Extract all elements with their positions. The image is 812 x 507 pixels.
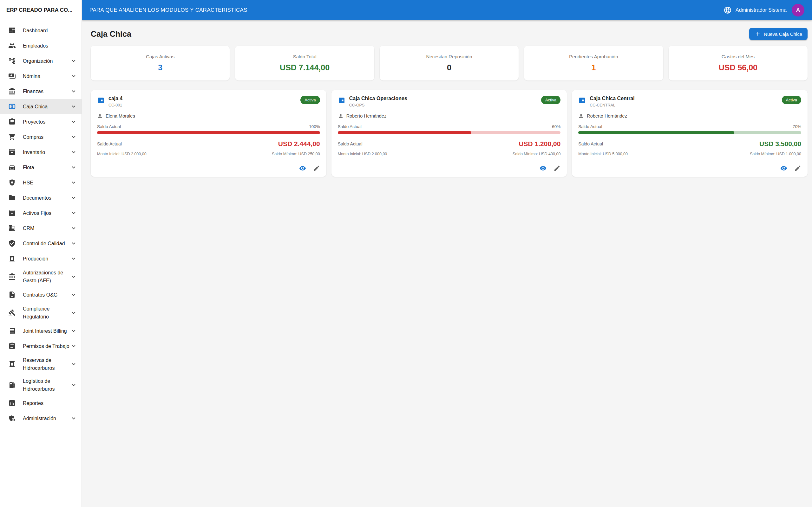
sidebar-item-reservas-de-hidrocarburos[interactable]: Reservas de Hidrocarburos	[0, 354, 82, 375]
progress-bar	[97, 131, 320, 134]
chevron-down-icon	[70, 309, 77, 316]
sidebar-item-finanzas[interactable]: Finanzas	[0, 83, 82, 99]
oil-barrel-icon	[8, 360, 16, 368]
chevron-down-icon	[70, 255, 77, 262]
balance-label: Saldo Actual	[97, 141, 122, 147]
svg-text:$: $	[11, 105, 13, 108]
car-icon	[8, 164, 16, 171]
sidebar-item-label: Empleados	[23, 39, 77, 52]
sidebar-item-compras[interactable]: Compras	[0, 129, 82, 145]
balance-label: Saldo Actual	[578, 141, 603, 147]
sidebar-item-empleados[interactable]: Empleados	[0, 38, 82, 53]
card-code: CC-CENTRAL	[590, 103, 635, 107]
avatar[interactable]: A	[792, 4, 804, 16]
progress-percent: 70%	[793, 124, 801, 129]
sidebar-item-label: Compras	[23, 130, 70, 144]
minimum-balance: Saldo Mínimo: USD 1.000,00	[750, 152, 801, 156]
sidebar-item-proyectos[interactable]: Proyectos	[0, 114, 82, 129]
sidebar-item-label: Caja Chica	[23, 100, 70, 113]
chevron-down-icon	[70, 88, 77, 95]
initial-amount: Monto Inicial: USD 2.000,00	[97, 152, 147, 156]
progress-bar-fill	[97, 131, 320, 134]
status-badge: Activa	[782, 96, 801, 104]
status-badge: Activa	[541, 96, 560, 104]
main-content: Caja Chica Nueva Caja Chica Cajas Activa…	[82, 20, 812, 507]
chevron-down-icon	[70, 194, 77, 201]
wallet-icon	[578, 97, 586, 104]
progress-bar-fill	[578, 131, 734, 134]
analytics-icon	[8, 399, 16, 407]
sidebar-item-permisos-de-trabajo[interactable]: Permisos de Trabajo	[0, 338, 82, 354]
chevron-down-icon	[70, 179, 77, 186]
sidebar-item-inventario[interactable]: Inventario	[0, 145, 82, 160]
chevron-down-icon	[70, 210, 77, 216]
plus-icon	[755, 31, 761, 37]
edit-button[interactable]	[313, 165, 320, 172]
edit-button[interactable]	[794, 165, 801, 172]
chevron-down-icon	[70, 360, 77, 368]
sidebar-item-label: Activos Fijos	[23, 207, 70, 220]
chevron-down-icon	[70, 415, 77, 422]
sidebar-item-autorizaciones-de-gasto-afe[interactable]: Autorizaciones de Gasto (AFE)	[0, 266, 82, 287]
sidebar-item-label: Control de Calidad	[23, 237, 70, 250]
stat-label: Saldo Total	[293, 54, 316, 59]
sidebar-item-label: Permisos de Trabajo	[23, 340, 70, 353]
sidebar-item-label: Compliance Regulatorio	[23, 302, 70, 323]
view-button[interactable]	[299, 165, 306, 172]
view-button[interactable]	[780, 165, 787, 172]
balance-value: USD 3.500,00	[759, 140, 801, 148]
sidebar-item-label: Logística de Hidrocarburos	[23, 375, 70, 395]
chevron-down-icon	[70, 273, 77, 280]
sidebar-item-contratos-o-g[interactable]: Contratos O&G	[0, 287, 82, 302]
sidebar-item-dashboard[interactable]: Dashboard	[0, 23, 82, 38]
sidebar-item-label: Inventario	[23, 146, 70, 159]
cash-card-caja-chica-central: Caja Chica CentralCC-CENTRALActivaRobert…	[572, 90, 808, 177]
sidebar-item-logistica-de-hidrocarburos[interactable]: Logística de Hidrocarburos	[0, 375, 82, 395]
stat-value: 3	[158, 63, 162, 72]
sidebar-item-joint-interest-billing[interactable]: Joint Interest Billing	[0, 323, 82, 338]
sidebar-item-label: Autorizaciones de Gasto (AFE)	[23, 266, 70, 287]
sidebar-item-nomina[interactable]: Nómina	[0, 68, 82, 83]
stat-card-pendientes-aprobacion: Pendientes Aprobación1	[524, 46, 663, 80]
folder-icon	[8, 194, 16, 202]
bank-icon	[8, 88, 16, 95]
sidebar-nav: DashboardEmpleadosOrganizaciónNóminaFina…	[0, 20, 82, 426]
building-icon	[8, 224, 16, 232]
progress-bar	[338, 131, 561, 134]
stat-value: 0	[447, 63, 451, 72]
chevron-down-icon	[70, 164, 77, 171]
chevron-down-icon	[70, 240, 77, 247]
stat-value: 1	[591, 63, 596, 72]
document-icon	[8, 291, 16, 298]
sidebar-item-flota[interactable]: Flota	[0, 160, 82, 175]
sidebar-item-organizacion[interactable]: Organización	[0, 53, 82, 68]
sidebar-item-label: Joint Interest Billing	[23, 325, 70, 337]
sidebar-item-compliance-regulatorio[interactable]: Compliance Regulatorio	[0, 302, 82, 323]
chevron-down-icon	[70, 133, 77, 140]
card-code: CC-001	[108, 103, 122, 107]
sidebar-item-documentos[interactable]: Documentos	[0, 190, 82, 205]
sidebar-item-hse[interactable]: HSE	[0, 175, 82, 190]
cash-cards-row: caja 4CC-001ActivaElena MoralesSaldo Act…	[91, 90, 808, 177]
shield-check-icon	[8, 239, 16, 247]
sidebar-item-reportes[interactable]: Reportes	[0, 395, 82, 411]
sidebar-item-produccion[interactable]: Producción	[0, 251, 82, 266]
sidebar-item-activos-fijos[interactable]: Activos Fijos	[0, 205, 82, 221]
view-button[interactable]	[540, 165, 547, 172]
inventory-icon	[8, 209, 16, 217]
clipboard-icon	[8, 342, 16, 350]
user-menu[interactable]: Administrador Sistema A	[723, 4, 804, 16]
sidebar-item-crm[interactable]: CRM	[0, 221, 82, 236]
card-responsible: Elena Morales	[106, 113, 135, 118]
stat-label: Pendientes Aprobación	[569, 54, 618, 59]
sidebar-item-caja-chica[interactable]: $Caja Chica	[0, 99, 82, 114]
balance-value: USD 2.444,00	[278, 140, 320, 148]
pencil-icon	[554, 165, 560, 172]
sidebar-item-administracion[interactable]: Administración	[0, 411, 82, 426]
status-badge: Activa	[300, 96, 320, 104]
sidebar-item-control-de-calidad[interactable]: Control de Calidad	[0, 236, 82, 251]
edit-button[interactable]	[554, 165, 560, 172]
new-caja-chica-button[interactable]: Nueva Caja Chica	[749, 28, 808, 40]
stat-label: Necesitan Reposición	[426, 54, 472, 59]
language-globe-icon[interactable]	[723, 6, 732, 14]
